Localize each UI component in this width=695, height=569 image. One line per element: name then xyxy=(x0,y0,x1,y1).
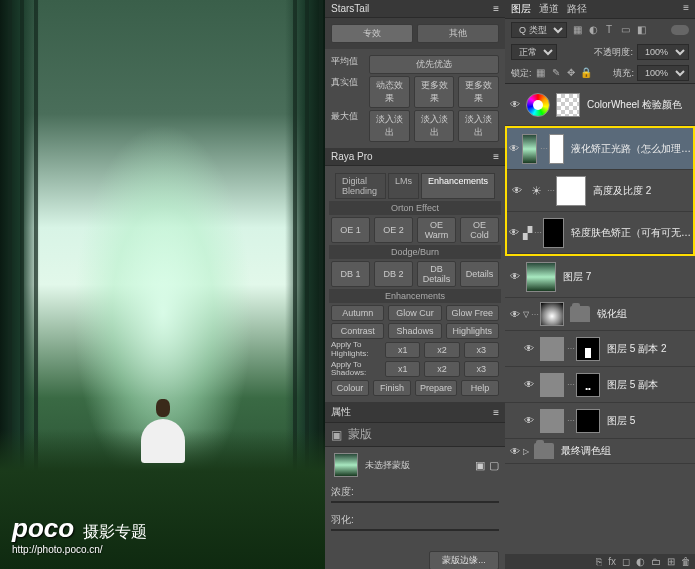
raya-finish[interactable]: Finish xyxy=(373,380,411,396)
opacity-select[interactable]: 100% xyxy=(637,44,689,60)
group-expand-icon[interactable]: ▷ xyxy=(523,447,529,456)
layer-name: 轻度肤色矫正（可有可无… xyxy=(567,226,691,240)
filter-image-icon[interactable]: ▦ xyxy=(571,24,583,36)
layer-item-3[interactable]: 👁 ▞ ⋯ 轻度肤色矫正（可有可无… xyxy=(507,212,693,254)
starstail-row3-b3[interactable]: 淡入淡出 xyxy=(458,110,499,142)
starstail-row3-b2[interactable]: 淡入淡出 xyxy=(414,110,455,142)
raya-glowcur[interactable]: Glow Cur xyxy=(388,305,441,321)
raya-help[interactable]: Help xyxy=(461,380,499,396)
lock-paint-icon[interactable]: ✎ xyxy=(550,67,562,79)
panel-menu-icon[interactable]: ≡ xyxy=(493,407,499,418)
layer-name: 图层 5 xyxy=(603,414,693,428)
raya-colour[interactable]: Colour xyxy=(331,380,369,396)
starstail-row2-b1[interactable]: 动态效果 xyxy=(369,76,410,108)
raya-details[interactable]: Details xyxy=(460,261,499,287)
layers-folder-icon[interactable]: 🗀 xyxy=(651,556,661,567)
density-slider[interactable] xyxy=(331,501,499,503)
raya-dbdetails[interactable]: DB Details xyxy=(417,261,456,287)
raya-tab-digital[interactable]: Digital Blending xyxy=(335,173,386,199)
opacity-label: 不透明度: xyxy=(594,46,633,59)
layers-trash-icon[interactable]: 🗑 xyxy=(681,556,691,567)
layer-mask-thumb xyxy=(556,176,586,206)
panel-menu-icon[interactable]: ≡ xyxy=(683,2,689,16)
layer-item-4[interactable]: 👁 图层 7 xyxy=(505,256,695,298)
raya-prepare[interactable]: Prepare xyxy=(415,380,457,396)
canvas-viewport[interactable]: poco 摄影专题 http://photo.poco.cn/ xyxy=(0,0,325,569)
layers-mask-icon[interactable]: ◻ xyxy=(622,556,630,567)
layer-item-5[interactable]: 👁 ⋯ 图层 5 副本 2 xyxy=(505,331,695,367)
panel-menu-icon[interactable]: ≡ xyxy=(493,3,499,14)
filter-type-icon[interactable]: T xyxy=(603,24,615,36)
visibility-eye-icon[interactable]: 👁 xyxy=(507,309,523,320)
visibility-eye-icon[interactable]: 👁 xyxy=(507,271,523,282)
blend-mode-select[interactable]: 正常 xyxy=(511,44,557,60)
layers-adjustment-icon[interactable]: ◐ xyxy=(636,556,645,567)
tab-layers[interactable]: 图层 xyxy=(511,2,531,16)
raya-db2[interactable]: DB 2 xyxy=(374,261,413,287)
visibility-eye-icon[interactable]: 👁 xyxy=(509,185,525,196)
raya-autumn[interactable]: Autumn xyxy=(331,305,384,321)
layer-filter-kind[interactable]: Q 类型 xyxy=(511,22,567,38)
raya-glowfree[interactable]: Glow Free xyxy=(446,305,499,321)
layer-group-2[interactable]: 👁 ▷ 最终调色组 xyxy=(505,439,695,464)
mask-mode-label: 蒙版 xyxy=(348,426,372,443)
raya-tab-enh[interactable]: Enhancements xyxy=(421,173,495,199)
watermark-url: http://photo.poco.cn/ xyxy=(12,544,147,555)
raya-sh-x1[interactable]: x1 xyxy=(385,361,420,377)
mask-type-vector-icon[interactable]: ▢ xyxy=(489,459,499,472)
layer-colorwheel[interactable]: 👁 ColorWheel 检验颜色 xyxy=(505,84,695,126)
feather-slider[interactable] xyxy=(331,529,499,531)
lock-all-icon[interactable]: 🔒 xyxy=(580,67,592,79)
raya-db1[interactable]: DB 1 xyxy=(331,261,370,287)
layer-group[interactable]: 👁 ▽ ⋯ 锐化组 xyxy=(505,298,695,331)
raya-sh-x3[interactable]: x3 xyxy=(464,361,499,377)
starstail-tab-2[interactable]: 其他 xyxy=(417,24,499,43)
visibility-eye-icon[interactable]: 👁 xyxy=(509,143,519,154)
raya-hl-x3[interactable]: x3 xyxy=(464,342,499,358)
starstail-row2-b3[interactable]: 更多效果 xyxy=(458,76,499,108)
raya-highlights[interactable]: Highlights xyxy=(446,323,499,339)
layer-item-2[interactable]: 👁 ☀ ⋯ 高度及比度 2 xyxy=(507,170,693,212)
starstail-row2-b2[interactable]: 更多效果 xyxy=(414,76,455,108)
panel-menu-icon[interactable]: ≡ xyxy=(493,151,499,162)
tab-channels[interactable]: 通道 xyxy=(539,2,559,16)
raya-tab-lms[interactable]: LMs xyxy=(388,173,419,199)
layers-fx-icon[interactable]: fx xyxy=(608,556,616,567)
mask-edge-button[interactable]: 蒙版边缘... xyxy=(429,551,499,569)
layer-item-1[interactable]: 👁 ⋯ 液化矫正光路（怎么加理… xyxy=(507,128,693,170)
filter-adj-icon[interactable]: ◐ xyxy=(587,24,599,36)
raya-oe2[interactable]: OE 2 xyxy=(374,217,413,243)
visibility-eye-icon[interactable]: 👁 xyxy=(507,99,523,110)
mask-type-icon[interactable]: ▣ xyxy=(475,459,485,472)
layer-item-6[interactable]: 👁 ⋯ •• 图层 5 副本 xyxy=(505,367,695,403)
filter-smart-icon[interactable]: ◧ xyxy=(635,24,647,36)
fill-select[interactable]: 100% xyxy=(637,65,689,81)
lock-transparency-icon[interactable]: ▦ xyxy=(535,67,547,79)
layer-mask-thumb xyxy=(543,218,564,248)
mask-mode-pixel-icon[interactable]: ▣ xyxy=(331,428,342,442)
raya-shadows[interactable]: Shadows xyxy=(388,323,441,339)
visibility-eye-icon[interactable]: 👁 xyxy=(521,379,537,390)
lock-position-icon[interactable]: ✥ xyxy=(565,67,577,79)
starstail-tab-1[interactable]: 专效 xyxy=(331,24,413,43)
layer-item-7[interactable]: 👁 ⋯ 图层 5 xyxy=(505,403,695,439)
filter-toggle-switch[interactable] xyxy=(671,25,689,35)
visibility-eye-icon[interactable]: 👁 xyxy=(521,343,537,354)
tab-paths[interactable]: 路径 xyxy=(567,2,587,16)
raya-oe1[interactable]: OE 1 xyxy=(331,217,370,243)
visibility-eye-icon[interactable]: 👁 xyxy=(521,415,537,426)
layers-link-icon[interactable]: ⎘ xyxy=(596,556,602,567)
group-expand-icon[interactable]: ▽ xyxy=(523,310,529,319)
visibility-eye-icon[interactable]: 👁 xyxy=(507,446,523,457)
raya-contrast[interactable]: Contrast xyxy=(331,323,384,339)
filter-shape-icon[interactable]: ▭ xyxy=(619,24,631,36)
visibility-eye-icon[interactable]: 👁 xyxy=(509,227,520,238)
layers-new-icon[interactable]: ⊞ xyxy=(667,556,675,567)
raya-sh-x2[interactable]: x2 xyxy=(424,361,459,377)
raya-hl-x2[interactable]: x2 xyxy=(424,342,459,358)
raya-hl-x1[interactable]: x1 xyxy=(385,342,420,358)
raya-oewarm[interactable]: OE Warm xyxy=(417,217,456,243)
raya-oecold[interactable]: OE Cold xyxy=(460,217,499,243)
starstail-row1-btn[interactable]: 优先优选 xyxy=(369,55,499,74)
starstail-row3-b1[interactable]: 淡入淡出 xyxy=(369,110,410,142)
